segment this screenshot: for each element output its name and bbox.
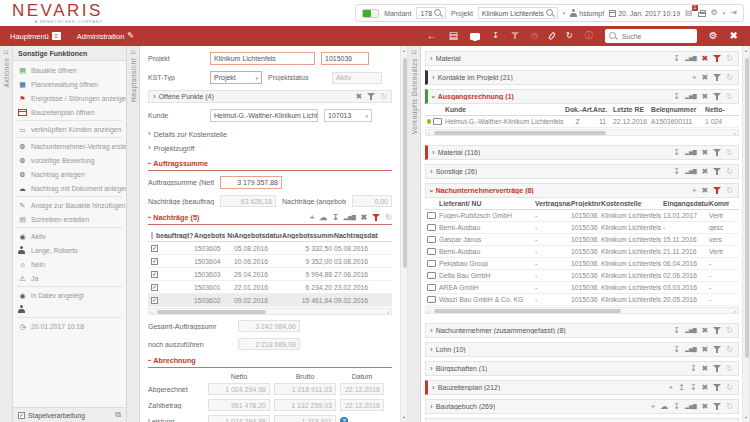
kst-typ-select[interactable]: Projekt ▾ [210, 71, 262, 84]
sidebar-item[interactable]: ⚑Ereignisse / Störungen anzeigen [13, 91, 126, 105]
expand-icon[interactable]: ✖ [702, 327, 709, 335]
chart-icon[interactable]: ▂▅▇ [685, 404, 697, 409]
checkbox[interactable]: ✓ [151, 297, 158, 304]
refresh-icon[interactable]: ↻ [380, 93, 387, 101]
nachtraege-section[interactable]: › Nachträge (5) +☁↧▂▅▇✖↻ [148, 213, 392, 225]
cloud-icon[interactable]: ☁ [319, 214, 327, 222]
expand-icon[interactable]: ✖ [702, 74, 709, 82]
refresh-icon[interactable]: ↻ [726, 403, 733, 411]
scrollbar-thumb[interactable] [745, 58, 749, 358]
download-icon[interactable]: ↧ [673, 55, 680, 63]
sidebar-item[interactable]: ✎Anlage zur Bauakte hinzufügen [13, 198, 126, 212]
gear-icon[interactable]: ⚙ [711, 9, 718, 17]
download-icon[interactable]: ↧ [690, 384, 697, 392]
column-header[interactable]: Angebotssumme [282, 232, 334, 239]
projektzugriff-section[interactable]: › Projektzugriff [148, 142, 392, 154]
sidebar-item[interactable]: ⚙Nachunternehmer-Vertrag erstellen [13, 139, 126, 153]
sidebar-item[interactable]: ⚠Ja [13, 271, 126, 285]
scroll-left-icon[interactable]: ‹ [428, 130, 430, 136]
checkbox-cell[interactable]: ✓ [148, 297, 194, 304]
checkbox-cell[interactable]: ✓ [148, 271, 194, 278]
sidebar-item[interactable]: Bauzeitenplan öffnen [13, 105, 126, 119]
menu-administration[interactable]: Administration ✎ [77, 32, 134, 41]
sidebar-item[interactable]: ◉in Datev angelegt [13, 288, 126, 302]
linked-records-rail[interactable]: ⊡ Verknüpfte Datensätze [408, 46, 421, 422]
sidebar-item[interactable] [13, 302, 126, 316]
clip-icon[interactable] [548, 32, 556, 41]
info-icon[interactable]: ⓘ [585, 32, 593, 40]
refresh-icon[interactable]: ↻ [726, 384, 733, 392]
save-icon[interactable]: ▤ [449, 31, 458, 41]
column-header[interactable]: Nachtragsdatum [334, 232, 378, 239]
monitor-icon[interactable] [470, 33, 480, 40]
chart-icon[interactable]: ▂▅▇ [685, 347, 697, 352]
column-header[interactable]: Vertragsname [527, 200, 571, 207]
plus-icon[interactable]: + [692, 74, 697, 82]
scroll-right-icon[interactable]: › [734, 308, 736, 314]
filter-icon[interactable] [367, 93, 375, 101]
checkbox-cell[interactable]: ✓ [148, 245, 194, 252]
filter-icon[interactable] [511, 32, 519, 40]
checkbox[interactable]: ✓ [151, 284, 158, 291]
table-row[interactable]: ✓150360410.06.20169 352,0003.08.2016 [148, 255, 392, 268]
chart-icon[interactable]: ▂▅▇ [685, 150, 697, 155]
printer-icon[interactable] [698, 12, 706, 17]
download-icon[interactable]: ↧ [673, 149, 680, 157]
table-row[interactable]: ✓150360209.02.201615 461,6409.02.2016 [148, 294, 392, 307]
table-row[interactable]: ✓150360326.04.20169 994,8827.06.2016 [148, 268, 392, 281]
download-icon[interactable]: ↧ [673, 327, 680, 335]
projekt-name-input[interactable] [210, 52, 315, 65]
search-box[interactable] [605, 29, 697, 43]
column-header[interactable]: Kunde [445, 106, 565, 113]
scrollbar-thumb[interactable] [157, 310, 266, 314]
column-header[interactable]: Belegnummer [651, 106, 705, 113]
copy-icon[interactable]: ⧉ [115, 411, 121, 419]
checkbox-cell[interactable]: ✓ [148, 258, 194, 265]
section-header[interactable]: ›Lohn (10)↧▂▅▇✖↻ [425, 342, 739, 357]
sidebar-item[interactable]: ◉Aktiv [13, 229, 126, 243]
pin-icon[interactable]: ⊡ [411, 49, 416, 55]
download-icon[interactable]: ↧ [690, 365, 697, 373]
horizontal-scrollbar[interactable]: ‹ › [148, 308, 392, 315]
tasks-button[interactable]: ▤ 1 [685, 9, 693, 17]
main-scrollbar[interactable]: ▲ ▼ [400, 46, 408, 422]
filter-icon[interactable] [713, 327, 721, 335]
table-row[interactable]: Delta Bau GmbH-1015036Klinikum Lichtenfe… [425, 270, 739, 282]
column-header[interactable]: Kostenstelle [601, 200, 663, 207]
checkbox[interactable]: ✓ [151, 245, 158, 252]
search-input[interactable] [620, 32, 692, 41]
sidebar-item[interactable]: ⚙Nachtrag anlegen [13, 167, 126, 181]
refresh-icon[interactable]: ↻ [726, 149, 733, 157]
download-icon[interactable]: ↧ [673, 403, 680, 411]
table-row[interactable]: Helmut-G.-Walther-Klinikum Lichtenfels G… [425, 116, 739, 128]
filter-icon[interactable] [713, 384, 721, 392]
sidebar-item[interactable]: ▭verknüpften Kunden anzeigen [13, 122, 126, 136]
section-header[interactable]: ›Regiebericht (1)+✖↻ [425, 418, 739, 422]
back-icon[interactable]: ← [427, 31, 437, 41]
download-icon[interactable]: ↧ [673, 93, 680, 101]
mandant-toggle[interactable] [362, 9, 379, 18]
expand-icon[interactable]: ✖ [356, 93, 363, 101]
column-header[interactable]: Lieferant/ NU [439, 200, 527, 207]
expand-icon[interactable]: ✖ [702, 187, 709, 195]
table-row[interactable]: Berni-Ausbau-1015036Klinikum Lichtenfels… [425, 222, 739, 234]
scrollbar-thumb[interactable] [403, 58, 407, 268]
section-header[interactable]: ›Sonstige (26)↧▂▅▇✖↻ [425, 164, 739, 179]
scroll-right-icon[interactable]: › [734, 130, 736, 136]
refresh-icon[interactable]: ↻ [726, 168, 733, 176]
max-icon[interactable]: ✖ [730, 31, 738, 41]
horizontal-scrollbar[interactable]: ‹› [425, 307, 739, 314]
table-row[interactable]: Gaspar Janos-1015036Klinikum Lichtenfels… [425, 234, 739, 246]
auftragssumme-input[interactable] [220, 176, 282, 189]
kunde-select[interactable]: Helmut-G.-Walther-Klinikum Lichter ▾ [210, 109, 318, 122]
chevron-down-icon[interactable]: ▾ [563, 10, 566, 16]
expand-icon[interactable]: ✖ [702, 168, 709, 176]
sidebar-item[interactable]: ⌂Nein [13, 257, 126, 271]
refresh-icon[interactable]: ↻ [726, 93, 733, 101]
section-header[interactable]: ›Nachunternehmerverträge (8)+✖↻ [425, 183, 739, 198]
main-rail[interactable]: ⊡ Hauptansicht [127, 46, 140, 422]
section-header[interactable]: ›Kontakte im Projekt (21)+✖↻ [425, 70, 739, 85]
scroll-down-icon[interactable]: ▼ [402, 415, 406, 420]
horizontal-scrollbar[interactable]: ‹› [425, 129, 739, 136]
section-header[interactable]: ›Material↧▂▅▇✖↻ [425, 51, 739, 66]
